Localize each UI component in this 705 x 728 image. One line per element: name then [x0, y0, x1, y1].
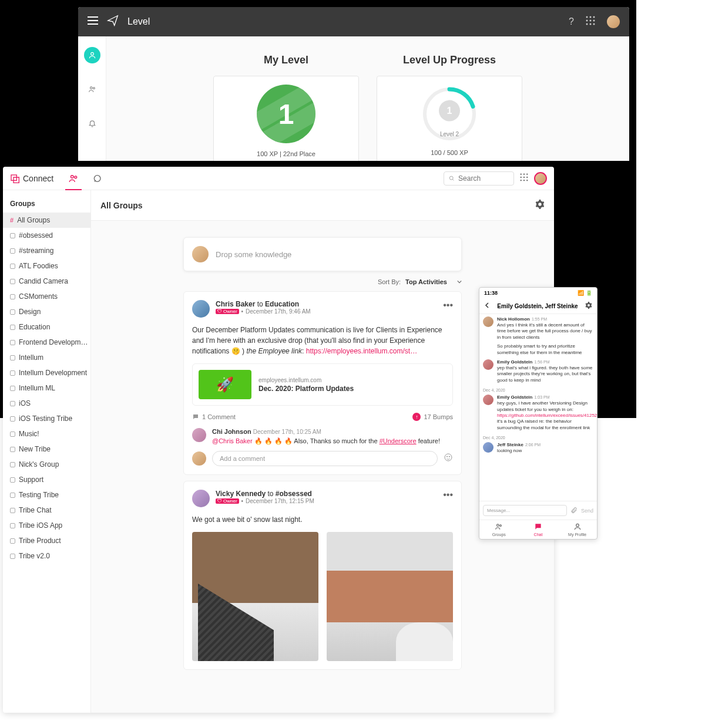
- message-link[interactable]: https://github.com/intellum/exceed/issue…: [497, 413, 597, 418]
- level-sidebar: [78, 36, 106, 161]
- apps-grid-icon[interactable]: [586, 16, 595, 28]
- sidebar-group-item[interactable]: Nick's Group: [3, 457, 90, 472]
- main-title: All Groups: [100, 201, 535, 210]
- sidebar-group-item[interactable]: Design: [3, 304, 90, 319]
- groups-icon: [479, 523, 519, 532]
- post-card: Vicky Kennedy to #obsessed 🛡 Owner • Dec…: [183, 481, 462, 670]
- tab-groups[interactable]: [63, 167, 84, 190]
- emoji-icon[interactable]: [444, 453, 453, 464]
- level-header: Level ?: [78, 7, 629, 36]
- group-label: Tribe iOS App: [19, 521, 62, 530]
- box-icon: [10, 401, 15, 406]
- box-icon: [10, 554, 15, 559]
- message-avatar: [483, 395, 494, 405]
- group-label: #streaming: [19, 247, 53, 255]
- sidebar-group-item[interactable]: Testing Tribe: [3, 487, 90, 503]
- embed-thumb: 🚀: [199, 370, 251, 399]
- apps-grid-icon[interactable]: [520, 173, 528, 184]
- connect-header: Connect: [3, 167, 554, 190]
- search-input[interactable]: [458, 174, 509, 183]
- box-icon: [10, 370, 15, 376]
- sidebar-group-item[interactable]: iOS: [3, 396, 90, 411]
- sidebar-group-item[interactable]: Intellum: [3, 350, 90, 365]
- group-label: Tribe Product: [19, 537, 61, 545]
- embed-title: Dec. 2020: Platform Updates: [258, 385, 354, 393]
- sidebar-group-item[interactable]: Support: [3, 472, 90, 487]
- svg-point-24: [521, 180, 522, 181]
- sidebar-group-item[interactable]: iOS Testing Tribe: [3, 411, 90, 426]
- tab-chat[interactable]: Chat: [519, 520, 558, 539]
- post-timestamp: December 17th, 12:15 PM: [246, 498, 314, 504]
- bumps-button[interactable]: ↑ 17 Bumps: [412, 413, 453, 421]
- photo-attachment[interactable]: [192, 532, 318, 661]
- sidebar-group-item[interactable]: Education: [3, 319, 90, 335]
- settings-gear-icon[interactable]: [535, 200, 545, 211]
- sidebar-group-item[interactable]: Music!: [3, 426, 90, 441]
- sidebar-group-item[interactable]: Tribe Chat: [3, 503, 90, 518]
- compose-avatar: [192, 246, 209, 262]
- svg-point-6: [586, 23, 588, 25]
- sidebar-group-item[interactable]: New Tribe: [3, 441, 90, 457]
- tab-chat[interactable]: [86, 167, 108, 190]
- sort-dropdown[interactable]: Top Activities: [405, 278, 462, 285]
- sort-bar: Sort By: Top Activities: [183, 278, 462, 285]
- sidebar-bell-icon[interactable]: [84, 115, 100, 132]
- compose-box[interactable]: Drop some knowledge: [183, 237, 462, 271]
- help-icon[interactable]: ?: [569, 16, 574, 27]
- embed-domain: employees.intellum.com: [258, 377, 354, 383]
- send-button[interactable]: Send: [581, 508, 593, 514]
- sidebar-group-item[interactable]: Tribe v2.0: [3, 548, 90, 564]
- tab-profile[interactable]: My Profile: [558, 520, 597, 539]
- svg-point-15: [71, 175, 74, 178]
- attach-icon[interactable]: [570, 507, 578, 515]
- svg-point-16: [75, 176, 77, 178]
- group-label: All Groups: [17, 216, 50, 224]
- link-embed[interactable]: 🚀 employees.intellum.com Dec. 2020: Plat…: [192, 363, 453, 406]
- sidebar-group-item[interactable]: #obsessed: [3, 228, 90, 243]
- sidebar-group-item[interactable]: Candid Camera: [3, 274, 90, 289]
- message-avatar: [483, 442, 494, 453]
- sidebar-group-item[interactable]: Intellum ML: [3, 380, 90, 396]
- sidebar-profile-icon[interactable]: [84, 47, 100, 63]
- mention-link[interactable]: @Chris Baker: [212, 437, 253, 444]
- svg-point-21: [521, 176, 522, 177]
- photo-attachment[interactable]: [327, 532, 453, 661]
- sidebar-people-icon[interactable]: [84, 81, 100, 97]
- level-badge: 1: [257, 85, 315, 143]
- search-box[interactable]: [444, 171, 514, 186]
- group-label: #obsessed: [19, 231, 53, 240]
- sidebar-group-item[interactable]: ATL Foodies: [3, 258, 90, 274]
- post-more-icon[interactable]: •••: [443, 300, 453, 311]
- comments-button[interactable]: 1 Comment: [192, 413, 236, 420]
- box-icon: [10, 294, 15, 299]
- settings-gear-icon[interactable]: [585, 302, 592, 310]
- comment-input[interactable]: Add a comment: [212, 451, 438, 466]
- post-more-icon[interactable]: •••: [443, 490, 453, 500]
- svg-point-31: [500, 525, 502, 527]
- sidebar-group-item[interactable]: Tribe iOS App: [3, 518, 90, 533]
- sidebar-group-item[interactable]: Tribe Product: [3, 533, 90, 548]
- hash-icon: #: [10, 217, 14, 224]
- sidebar-group-item[interactable]: CSMoments: [3, 289, 90, 304]
- status-icons: 📶 🔋: [578, 290, 592, 296]
- post-link[interactable]: https://employees.intellum.com/st…: [306, 347, 417, 355]
- sidebar-group-item[interactable]: #streaming: [3, 243, 90, 258]
- sidebar-group-item[interactable]: Intellum Development: [3, 365, 90, 380]
- comment: Chi Johnson December 17th, 10:25 AM @Chr…: [192, 428, 453, 445]
- svg-point-18: [521, 173, 522, 174]
- sidebar-group-item[interactable]: #All Groups: [3, 213, 90, 228]
- user-avatar[interactable]: [534, 172, 547, 185]
- back-icon[interactable]: [484, 302, 490, 309]
- svg-point-22: [523, 176, 525, 177]
- post-author-line: Vicky Kennedy to #obsessed: [216, 490, 314, 498]
- tab-groups[interactable]: Groups: [479, 520, 519, 539]
- message-input[interactable]: Message...: [483, 505, 567, 516]
- box-icon: [10, 309, 15, 315]
- sidebar-group-item[interactable]: Frontend Developm…: [3, 335, 90, 350]
- hashtag-link[interactable]: #Underscore: [380, 437, 417, 444]
- box-icon: [10, 493, 15, 498]
- avatar[interactable]: [607, 15, 620, 28]
- sort-label: Sort By:: [378, 278, 401, 285]
- svg-point-28: [446, 456, 447, 457]
- hamburger-icon[interactable]: [88, 16, 98, 27]
